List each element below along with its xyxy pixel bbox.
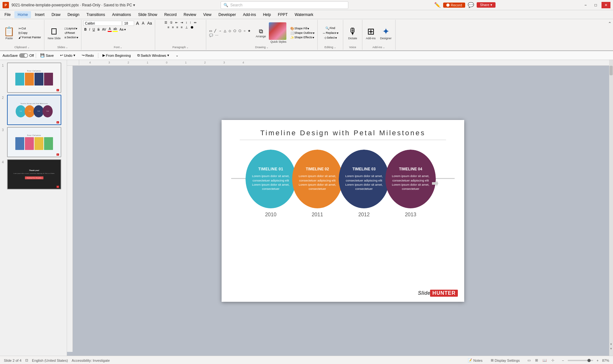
scrollbar-vertical[interactable]: ▼ ▼ bbox=[609, 60, 613, 356]
menu-design[interactable]: Design bbox=[64, 11, 82, 18]
normal-view-button[interactable]: ▭ bbox=[526, 357, 532, 363]
slide-4-container[interactable]: 4 Thank you! Lorem ipsum dolor sit amet,… bbox=[2, 159, 65, 189]
underline-button[interactable]: U bbox=[92, 27, 96, 32]
reading-view-button[interactable]: 📖 bbox=[541, 357, 549, 363]
menu-animations[interactable]: Animations bbox=[109, 11, 134, 18]
replace-button[interactable]: ↔ Replace ▾ bbox=[322, 31, 339, 35]
slide-1-container[interactable]: 1 Four Columns ● bbox=[2, 63, 65, 93]
arrange-button[interactable]: ⧉ Arrange bbox=[254, 27, 268, 39]
slide-4-thumbnail[interactable]: Thank you! Lorem ipsum dolor sit amet, c… bbox=[7, 159, 61, 189]
switch-windows-button[interactable]: ⧉ Switch Windows ▾ bbox=[135, 52, 171, 58]
pencil-icon[interactable]: ✏️ bbox=[434, 2, 441, 8]
font-family-selector[interactable]: Calibri bbox=[83, 21, 122, 26]
font-color-button[interactable]: A bbox=[108, 27, 112, 32]
decrease-indent-button[interactable]: ⇤ bbox=[174, 20, 179, 25]
find-button[interactable]: 🔍 Find bbox=[324, 26, 336, 30]
font-case-button[interactable]: Aa ▾ bbox=[118, 27, 127, 32]
arrow-shape[interactable]: → bbox=[217, 29, 223, 33]
menu-fppt[interactable]: FPPT bbox=[275, 11, 291, 18]
select-button[interactable]: ⊹ Select ▾ bbox=[323, 36, 338, 40]
presenter-view-button[interactable]: ⊹ bbox=[550, 357, 556, 363]
menu-slideshow[interactable]: Slide Show bbox=[135, 11, 160, 18]
search-box[interactable]: 🔍 Search bbox=[221, 1, 348, 9]
record-button[interactable]: Record bbox=[443, 3, 465, 8]
text-direction-button[interactable]: ⇔ bbox=[193, 20, 197, 25]
menu-view[interactable]: View bbox=[200, 11, 215, 18]
strikethrough-button[interactable]: S bbox=[96, 27, 101, 32]
section-button[interactable]: ≡ Section ▾ bbox=[64, 35, 79, 40]
undo-button[interactable]: ↩ Undo ▾ bbox=[58, 52, 77, 58]
menu-record[interactable]: Record bbox=[161, 11, 180, 18]
align-right-button[interactable]: ≡ bbox=[175, 25, 179, 29]
shape-effects-button[interactable]: ✨ Shape Effects ▾ bbox=[289, 35, 315, 40]
convert-smartart-button[interactable]: ⬢ bbox=[190, 25, 194, 29]
highlight-button[interactable]: ab bbox=[112, 27, 118, 32]
hexagon-shape[interactable]: ⬡ bbox=[238, 29, 242, 33]
line-shape[interactable]: ╱ bbox=[213, 29, 217, 33]
menu-watermark[interactable]: Watermark bbox=[291, 11, 316, 18]
collapse-ribbon-button[interactable]: ⌃ bbox=[607, 20, 613, 50]
scrollbar-v-thumb[interactable] bbox=[609, 66, 613, 75]
menu-insert[interactable]: Insert bbox=[32, 11, 48, 18]
scroll-up-arrow[interactable]: ▼ bbox=[609, 347, 613, 351]
zoom-in-button[interactable]: + bbox=[594, 358, 601, 363]
autosave-switch[interactable] bbox=[19, 53, 28, 58]
menu-help[interactable]: Help bbox=[260, 11, 274, 18]
align-left-button[interactable]: ≡ bbox=[167, 25, 170, 29]
font-size-selector[interactable]: 18 bbox=[123, 21, 134, 26]
close-button[interactable]: ✕ bbox=[602, 2, 610, 8]
slide-3-container[interactable]: 3 Four Columns ● bbox=[2, 127, 65, 157]
new-slide-button[interactable]: 🗌 New Slide bbox=[46, 26, 63, 41]
increase-font-button[interactable]: A bbox=[135, 20, 140, 26]
menu-addins[interactable]: Add-ins bbox=[240, 11, 259, 18]
pentagon-shape[interactable]: ⬠ bbox=[232, 29, 237, 33]
bullets-button[interactable]: ☰ bbox=[163, 20, 168, 25]
minimize-button[interactable]: − bbox=[581, 2, 590, 8]
callout-shape[interactable]: 💬 bbox=[208, 33, 214, 37]
menu-file[interactable]: File bbox=[1, 11, 14, 18]
share-button[interactable]: Share ▾ bbox=[477, 2, 495, 8]
slide-1-thumbnail[interactable]: Four Columns ● bbox=[7, 63, 61, 93]
scroll-down-arrow[interactable]: ▼ bbox=[609, 342, 613, 346]
italic-button[interactable]: I bbox=[88, 27, 91, 32]
addins-button[interactable]: ⊞ Add-ins bbox=[364, 26, 377, 41]
diamond-shape[interactable]: ◇ bbox=[228, 29, 232, 33]
star-shape[interactable]: ★ bbox=[247, 29, 252, 33]
cut-button[interactable]: ✂ Cut bbox=[18, 26, 42, 31]
format-painter-button[interactable]: 🖌 Format Painter bbox=[18, 35, 42, 40]
layout-button[interactable]: □ Layout ▾ bbox=[64, 26, 79, 31]
align-center-button[interactable]: ≡ bbox=[171, 25, 175, 29]
more-shapes[interactable]: ⋯ bbox=[214, 33, 219, 37]
copy-button[interactable]: ⎘ Copy bbox=[18, 31, 42, 35]
reset-button[interactable]: ↺ Reset bbox=[64, 31, 79, 35]
notes-button[interactable]: 📝 Notes bbox=[465, 357, 485, 363]
clear-formatting-button[interactable]: Aa bbox=[146, 21, 153, 26]
paste-button[interactable]: 📋 Paste bbox=[2, 26, 16, 41]
menu-home[interactable]: Home bbox=[14, 11, 31, 18]
vertical-align-button[interactable]: ⊥ bbox=[184, 25, 189, 29]
menu-review[interactable]: Review bbox=[180, 11, 199, 18]
dictate-button[interactable]: 🎙 Dictate bbox=[347, 26, 359, 41]
save-button[interactable]: 💾 Save bbox=[38, 52, 56, 58]
menu-draw[interactable]: Draw bbox=[48, 11, 64, 18]
display-settings-button[interactable]: ⊞ Display Settings bbox=[488, 357, 522, 363]
customize-toolbar-button[interactable]: ⌄ bbox=[173, 52, 181, 58]
shape-outline-button[interactable]: ⬜ Shape Outline ▾ bbox=[289, 31, 315, 35]
shape-fill-button[interactable]: 🎨 Shape Fill ▾ bbox=[289, 26, 315, 31]
line-spacing-button[interactable]: ↕ bbox=[185, 20, 188, 25]
menu-developer[interactable]: Developer bbox=[215, 11, 239, 18]
restore-button[interactable]: □ bbox=[591, 2, 600, 8]
menu-transitions[interactable]: Transitions bbox=[83, 11, 108, 18]
comment-icon[interactable]: 💬 bbox=[468, 2, 474, 8]
slide-3-thumbnail[interactable]: Four Columns ● bbox=[7, 127, 61, 157]
redo-button[interactable]: ↪ Redo bbox=[79, 52, 96, 58]
circle-shape[interactable]: ○ bbox=[243, 29, 246, 33]
increase-indent-button[interactable]: ⇥ bbox=[179, 20, 184, 25]
decrease-font-button[interactable]: A bbox=[141, 21, 145, 26]
columns-button[interactable]: ⫶ bbox=[189, 20, 192, 25]
zoom-out-button[interactable]: − bbox=[560, 358, 566, 363]
designer-button[interactable]: ✦ Designer bbox=[379, 26, 393, 41]
slide-sorter-button[interactable]: ⊞ bbox=[534, 357, 540, 363]
triangle-shape[interactable]: △ bbox=[223, 29, 227, 33]
from-beginning-button[interactable]: ▶ From Beginning bbox=[100, 52, 133, 58]
